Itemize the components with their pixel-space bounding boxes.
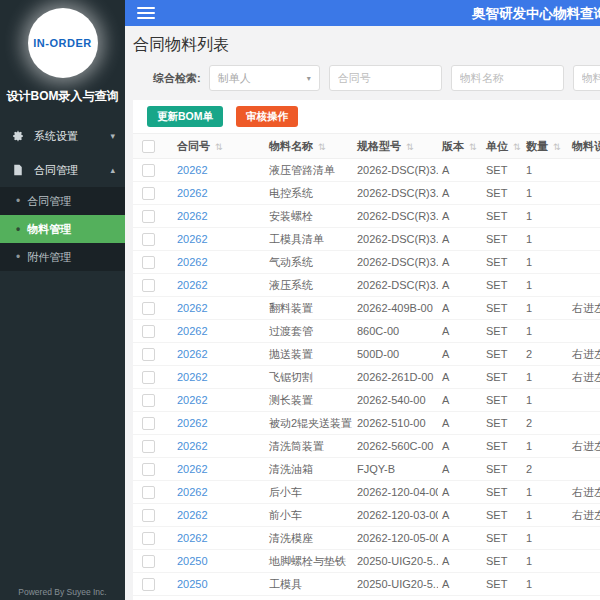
quantity-cell: 1 (522, 297, 568, 320)
chevron-up-icon: ▴ (110, 165, 115, 175)
table-header: 合同号⇅物料名称⇅规格型号⇅版本⇅单位⇅数量⇅物料说明⇅ (133, 134, 600, 159)
sidebar-item-material-mgmt[interactable]: • 物料管理 (0, 215, 125, 243)
contract-no-link[interactable]: 20262 (177, 394, 208, 406)
update-bom-button[interactable]: 更新BOM单 (147, 106, 223, 127)
row-checkbox[interactable] (142, 555, 155, 568)
quantity-cell: 1 (522, 435, 568, 458)
contract-no-link[interactable]: 20262 (177, 279, 208, 291)
row-checkbox[interactable] (142, 325, 155, 338)
contract-no-link[interactable]: 20262 (177, 164, 208, 176)
table-row: 20262前小车20262-120-03-00ASET1右进左出 (133, 504, 600, 527)
version-cell: A (438, 366, 482, 389)
contract-no-link[interactable]: 20262 (177, 371, 208, 383)
select-all-checkbox[interactable] (142, 140, 155, 153)
contract-no-link[interactable]: 20262 (177, 486, 208, 498)
material-name-cell: 工模具 (265, 573, 353, 596)
version-cell: A (438, 297, 482, 320)
row-checkbox[interactable] (142, 233, 155, 246)
contract-no-link[interactable]: 20262 (177, 463, 208, 475)
contract-no-cell: 20262 (173, 343, 265, 366)
contract-no-link[interactable]: 20262 (177, 256, 208, 268)
material-note-cell: 右进左出 (568, 343, 600, 366)
sort-icon: ⇅ (318, 142, 326, 152)
contract-no-link[interactable]: 20262 (177, 210, 208, 222)
row-checkbox[interactable] (142, 187, 155, 200)
contract-no-input[interactable] (329, 65, 442, 91)
row-checkbox[interactable] (142, 578, 155, 591)
version-cell: A (438, 228, 482, 251)
quantity-cell: 1 (522, 481, 568, 504)
material-name-cell: 安装螺栓 (265, 205, 353, 228)
contract-no-link[interactable]: 20262 (177, 325, 208, 337)
column-header[interactable]: 物料名称⇅ (265, 134, 353, 159)
column-header[interactable]: 数量⇅ (522, 134, 568, 159)
contract-no-cell: 20262 (173, 389, 265, 412)
column-header[interactable]: 合同号⇅ (173, 134, 265, 159)
contract-no-cell: 20262 (173, 320, 265, 343)
contract-no-link[interactable]: 20262 (177, 233, 208, 245)
sidebar-item-system-settings[interactable]: 系统设置 ▾ (0, 119, 125, 153)
contract-no-link[interactable]: 20262 (177, 417, 208, 429)
contract-no-link[interactable]: 20262 (177, 187, 208, 199)
table-row: 20262安装螺栓20262-DSC(R)3...ASET1 (133, 205, 600, 228)
row-checkbox[interactable] (142, 417, 155, 430)
maker-select-value: 制单人 (218, 71, 307, 86)
hamburger-menu-icon[interactable] (137, 7, 155, 22)
contract-no-link[interactable]: 20262 (177, 532, 208, 544)
contract-no-link[interactable]: 20250 (177, 555, 208, 567)
row-checkbox[interactable] (142, 371, 155, 384)
column-header[interactable]: 版本⇅ (438, 134, 482, 159)
unit-cell: SET (482, 504, 522, 527)
sidebar-item-contract-mgmt-sub[interactable]: • 合同管理 (0, 187, 125, 215)
sidebar-item-contract-management[interactable]: 合同管理 ▴ (0, 153, 125, 187)
row-checkbox[interactable] (142, 463, 155, 476)
unit-cell: SET (482, 251, 522, 274)
row-checkbox[interactable] (142, 394, 155, 407)
sidebar: IN-ORDER 设计BOM录入与查询 系统设置 ▾ 合同管理 ▴ • 合同管理… (0, 0, 125, 600)
table-body: 20262液压管路清单20262-DSC(R)3...ASET120262电控系… (133, 159, 600, 600)
row-checkbox[interactable] (142, 302, 155, 315)
quantity-cell: 1 (522, 159, 568, 182)
sort-icon: ⇅ (215, 142, 223, 152)
material-name-cell: 地脚螺栓与垫铁 (265, 550, 353, 573)
material-name-cell: 飞锯切割 (265, 366, 353, 389)
table-row: 20262翻料装置20262-409B-00ASET1右进左出 (133, 297, 600, 320)
row-checkbox[interactable] (142, 509, 155, 522)
contract-no-cell: 20262 (173, 527, 265, 550)
unit-cell: SET (482, 182, 522, 205)
table-row: 20262液压管路清单20262-DSC(R)3...ASET1 (133, 159, 600, 182)
material-note-cell (568, 274, 600, 297)
spec-model-cell: FJQY-B (353, 458, 438, 481)
contract-no-link[interactable]: 20262 (177, 302, 208, 314)
audit-button[interactable]: 审核操作 (236, 106, 298, 127)
material-name-cell: 液压系统 (265, 274, 353, 297)
column-header[interactable]: 单位⇅ (482, 134, 522, 159)
row-checkbox[interactable] (142, 348, 155, 361)
table-row: 20262电控系统20262-DSC(R)3...ASET1 (133, 182, 600, 205)
quantity-cell: 1 (522, 527, 568, 550)
row-checkbox[interactable] (142, 164, 155, 177)
material-spec-input[interactable] (573, 65, 600, 91)
table-row: 20262过渡套管860C-00ASET1 (133, 320, 600, 343)
row-checkbox[interactable] (142, 256, 155, 269)
row-checkbox[interactable] (142, 440, 155, 453)
contract-no-link[interactable]: 20262 (177, 440, 208, 452)
row-checkbox[interactable] (142, 486, 155, 499)
contract-no-link[interactable]: 20262 (177, 348, 208, 360)
material-name-input[interactable] (451, 65, 564, 91)
unit-cell: SET (482, 366, 522, 389)
sidebar-item-attachment-mgmt[interactable]: • 附件管理 (0, 243, 125, 271)
header-row: 合同号⇅物料名称⇅规格型号⇅版本⇅单位⇅数量⇅物料说明⇅ (133, 134, 600, 159)
contract-no-cell: 20262 (173, 297, 265, 320)
table-row: 20262清洗模座20262-120-05-00ASET1 (133, 527, 600, 550)
column-header[interactable]: 物料说明⇅ (568, 134, 600, 159)
column-header[interactable]: 规格型号⇅ (353, 134, 438, 159)
unit-cell: SET (482, 343, 522, 366)
contract-no-link[interactable]: 20262 (177, 509, 208, 521)
contract-no-link[interactable]: 20250 (177, 578, 208, 590)
row-checkbox[interactable] (142, 532, 155, 545)
row-checkbox[interactable] (142, 279, 155, 292)
unit-cell: SET (482, 527, 522, 550)
maker-select[interactable]: 制单人 ▾ (209, 65, 320, 91)
row-checkbox[interactable] (142, 210, 155, 223)
